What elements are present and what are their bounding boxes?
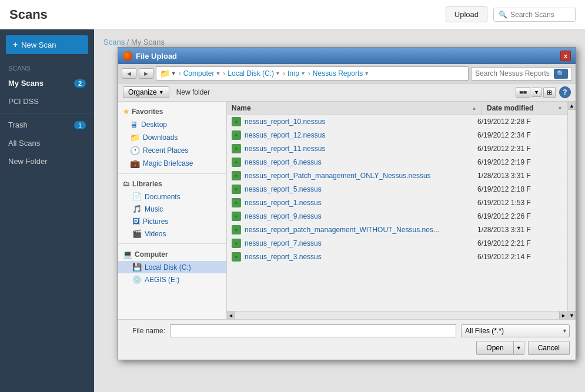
search-icon: 🔍: [499, 11, 507, 19]
path-local-disk[interactable]: Local Disk (C:): [228, 69, 274, 78]
file-date: 6/19/2012 2:18 F: [477, 185, 563, 193]
libraries-icon: 🗂: [123, 180, 130, 188]
new-folder-button[interactable]: New folder: [173, 87, 213, 98]
recent-icon: 🕐: [130, 146, 140, 155]
h-scroll-right-button[interactable]: ►: [559, 311, 567, 320]
file-date: 1/28/2013 3:31 F: [477, 226, 563, 234]
file-name: nessus_report_3.nessus: [245, 253, 477, 261]
v-scroll-up-button[interactable]: ▲: [568, 102, 576, 110]
downloads-icon: 📁: [130, 133, 140, 142]
dialog-body: ★ Favorites 🖥 Desktop 📁 Downloads 🕐: [118, 102, 576, 319]
file-row[interactable]: ● nessus_report_12.nessus 6/19/2012 2:34…: [227, 129, 567, 142]
dialog-path-toolbar: ◄ ► 📁 ▼ › Computer ▼ › Local Disk (C:) ▼…: [118, 64, 576, 83]
file-row[interactable]: ● nessus_report_Patch_management_ONLY_Ne…: [227, 169, 567, 183]
libraries-section: 🗂 Libraries 📄 Documents 🎵 Music 🖼: [118, 173, 226, 243]
v-scroll-down-button[interactable]: ▼: [568, 311, 576, 319]
path-sep-3: ›: [283, 69, 285, 78]
tree-item-aegis[interactable]: 💿 AEGIS (E:): [118, 273, 226, 286]
nav-forward-button[interactable]: ►: [139, 68, 153, 79]
file-row[interactable]: ● nessus_report_3.nessus 6/19/2012 2:14 …: [227, 250, 567, 264]
tree-item-pictures[interactable]: 🖼 Pictures: [118, 215, 226, 227]
path-search-box: 🔍: [471, 67, 572, 81]
star-icon: ★: [123, 108, 129, 116]
file-row[interactable]: ● nessus_report_5.nessus 6/19/2012 2:18 …: [227, 183, 567, 196]
column-date-modified[interactable]: Date modified ▼: [482, 102, 567, 115]
filename-input[interactable]: [170, 324, 456, 337]
file-date: 6/19/2012 2:28 F: [477, 118, 563, 126]
path-arrow-1: ▼: [215, 71, 220, 76]
v-scroll-area[interactable]: ▲ ▼: [567, 102, 576, 319]
organize-button[interactable]: Organize ▼: [123, 86, 169, 98]
h-scroll-area[interactable]: ◄ ►: [227, 311, 567, 319]
sidebar: + New Scan Scans My Scans 2 PCI DSS Tras…: [0, 29, 94, 392]
local-disk-icon: 💾: [132, 263, 142, 272]
path-sep-4: ›: [308, 69, 310, 78]
file-name: nessus_report_1.nessus: [245, 199, 477, 207]
file-icon: ●: [232, 252, 241, 262]
briefcase-icon: 💼: [130, 159, 140, 168]
path-tmp[interactable]: tmp: [288, 69, 299, 78]
column-name[interactable]: Name ▲: [227, 102, 482, 115]
search-input[interactable]: [510, 11, 569, 19]
tree-item-music[interactable]: 🎵 Music: [118, 203, 226, 215]
dialog-close-button[interactable]: x: [560, 51, 571, 61]
dialog-title-text: File Upload: [136, 52, 177, 61]
view-dropdown-button[interactable]: ▼: [531, 88, 542, 97]
tree-item-local-disk[interactable]: 💾 Local Disk (C:): [118, 261, 226, 273]
file-upload-dialog: File Upload x ◄ ► 📁 ▼ › Computer ▼ › Loc…: [118, 47, 576, 360]
file-icon: ●: [232, 239, 241, 248]
sort-down-icon: ▼: [557, 105, 563, 111]
path-search-button[interactable]: 🔍: [554, 69, 568, 79]
tree-item-documents[interactable]: 📄 Documents: [118, 190, 226, 203]
dialog-titlebar: File Upload x: [118, 48, 576, 64]
path-search-input[interactable]: [475, 69, 551, 78]
tree-item-recent-places[interactable]: 🕐 Recent Places: [118, 144, 226, 157]
file-row[interactable]: ● nessus_report_7.nessus 6/19/2012 2:21 …: [227, 237, 567, 250]
file-name: nessus_report_5.nessus: [245, 185, 477, 193]
file-date: 6/19/2012 2:14 F: [477, 253, 563, 261]
view-list-button[interactable]: ≡≡: [516, 87, 530, 98]
filetype-select[interactable]: All Files (*.*): [461, 324, 570, 337]
upload-button[interactable]: Upload: [446, 6, 487, 22]
file-row[interactable]: ● nessus_report_9.nessus 6/19/2012 2:26 …: [227, 210, 567, 223]
file-row[interactable]: ● nessus_report_patch_management_WITHOUT…: [227, 223, 567, 237]
header: Scans Upload 🔍: [0, 0, 585, 29]
tree-item-downloads[interactable]: 📁 Downloads: [118, 131, 226, 144]
sidebar-item-my-scans[interactable]: My Scans 2: [0, 74, 94, 92]
sidebar-item-new-folder[interactable]: New Folder: [0, 152, 94, 170]
help-button[interactable]: ?: [559, 86, 571, 98]
tree-item-desktop[interactable]: 🖥 Desktop: [118, 118, 226, 131]
file-name: nessus_report_6.nessus: [245, 158, 477, 166]
path-computer[interactable]: Computer: [183, 69, 215, 78]
path-bar: 📁 ▼ › Computer ▼ › Local Disk (C:) ▼ › t…: [156, 66, 469, 81]
sidebar-item-pci-dss[interactable]: PCI DSS: [0, 92, 94, 110]
file-date: 6/19/2012 2:26 F: [477, 212, 563, 220]
dialog-bottom: File name: All Files (*.*) ▼ Open ▼ Canc…: [118, 319, 576, 360]
sidebar-item-trash[interactable]: Trash 1: [0, 116, 94, 134]
nav-back-button[interactable]: ◄: [122, 68, 136, 79]
btn-row: Open ▼ Cancel: [124, 341, 570, 355]
file-row[interactable]: ● nessus_report_6.nessus 6/19/2012 2:19 …: [227, 156, 567, 169]
path-arrow-4: ▼: [364, 71, 369, 76]
tree-item-magic-briefcase[interactable]: 💼 Magic Briefcase: [118, 157, 226, 170]
file-icon: ●: [232, 171, 241, 180]
h-scroll-left-button[interactable]: ◄: [227, 311, 235, 320]
file-row[interactable]: ● nessus_report_1.nessus 6/19/2012 1:53 …: [227, 196, 567, 210]
open-dropdown-button[interactable]: ▼: [514, 341, 524, 355]
new-scan-button[interactable]: + New Scan: [6, 35, 88, 54]
sidebar-item-all-scans[interactable]: All Scans: [0, 134, 94, 152]
open-button[interactable]: Open: [476, 341, 513, 355]
view-icons-button[interactable]: ⊞: [543, 87, 556, 98]
path-dropdown-arrow[interactable]: ▼: [171, 71, 176, 76]
file-date: 6/19/2012 2:31 F: [477, 145, 563, 153]
path-nessus-reports[interactable]: Nessus Reports: [313, 69, 363, 78]
content-area: Scans / My Scans File Upload x ◄ ► 📁: [94, 29, 585, 392]
file-name: nessus_report_11.nessus: [245, 145, 477, 153]
right-panel: Name ▲ Date modified ▼ ● nessus_: [227, 102, 576, 319]
file-row[interactable]: ● nessus_report_11.nessus 6/19/2012 2:31…: [227, 142, 567, 156]
cancel-button[interactable]: Cancel: [528, 341, 570, 355]
path-sep-1: ›: [179, 69, 181, 78]
organize-label: Organize: [128, 88, 157, 96]
file-row[interactable]: ● nessus_report_10.nessus 6/19/2012 2:28…: [227, 115, 567, 129]
tree-item-videos[interactable]: 🎬 Videos: [118, 227, 226, 240]
